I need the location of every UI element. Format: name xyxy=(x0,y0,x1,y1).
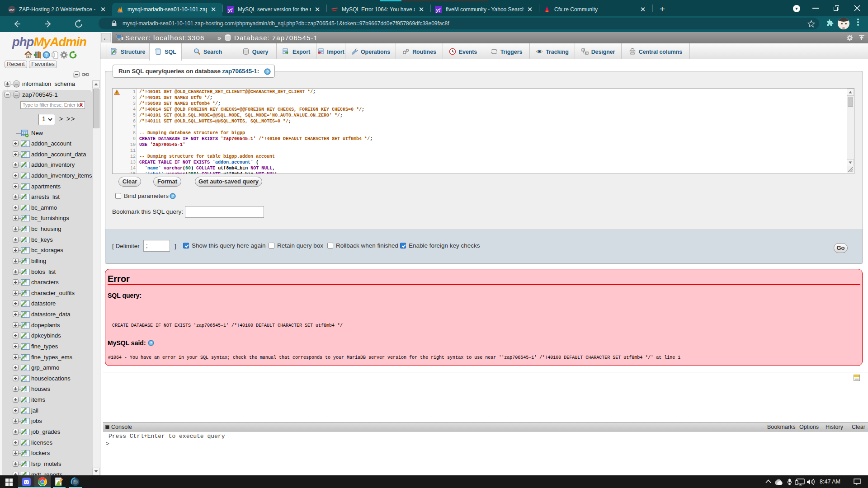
svg-text:y!: y! xyxy=(228,7,233,13)
svg-text:y!: y! xyxy=(436,7,441,13)
svg-text:ZAP: ZAP xyxy=(9,9,14,11)
svg-text:?: ? xyxy=(266,70,269,74)
svg-text:?: ? xyxy=(150,341,152,345)
svg-text:?: ? xyxy=(45,52,47,57)
svg-text:PMA: PMA xyxy=(118,11,123,13)
svg-text:?: ? xyxy=(171,194,174,198)
